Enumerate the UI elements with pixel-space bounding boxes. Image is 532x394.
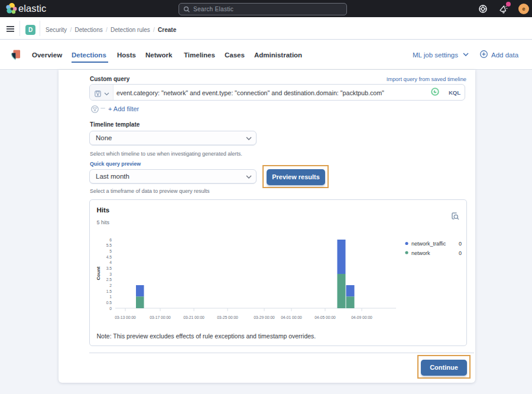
svg-text:2: 2 <box>109 283 112 288</box>
svg-text:5.5: 5.5 <box>106 243 112 247</box>
svg-text:03-29 00:00: 03-29 00:00 <box>254 315 275 319</box>
svg-text:04-09 00:00: 04-09 00:00 <box>351 315 372 319</box>
svg-text:1: 1 <box>109 295 112 299</box>
svg-text:network_traffic: network_traffic <box>411 241 446 247</box>
svg-text:0: 0 <box>109 306 112 311</box>
svg-text:Count: Count <box>96 266 101 280</box>
svg-text:0.5: 0.5 <box>106 301 112 305</box>
svg-text:3: 3 <box>109 272 112 276</box>
svg-text:04-05 00:00: 04-05 00:00 <box>314 315 336 319</box>
svg-text:03-25 00:00: 03-25 00:00 <box>217 315 238 319</box>
svg-text:4.5: 4.5 <box>106 255 112 259</box>
svg-text:0: 0 <box>459 250 462 256</box>
svg-text:03-21 00:00: 03-21 00:00 <box>183 315 205 319</box>
svg-text:2.5: 2.5 <box>106 277 112 282</box>
svg-text:network: network <box>411 250 430 256</box>
svg-text:5: 5 <box>109 249 112 253</box>
svg-text:1.5: 1.5 <box>106 289 112 293</box>
svg-text:3.5: 3.5 <box>106 266 112 270</box>
svg-text:03-17 00:00: 03-17 00:00 <box>150 315 171 319</box>
svg-text:4: 4 <box>109 260 112 264</box>
svg-text:04-01 00:00: 04-01 00:00 <box>281 315 302 319</box>
svg-text:0: 0 <box>459 241 462 247</box>
svg-text:03-13 00:00: 03-13 00:00 <box>115 315 136 319</box>
svg-text:6: 6 <box>109 238 112 242</box>
